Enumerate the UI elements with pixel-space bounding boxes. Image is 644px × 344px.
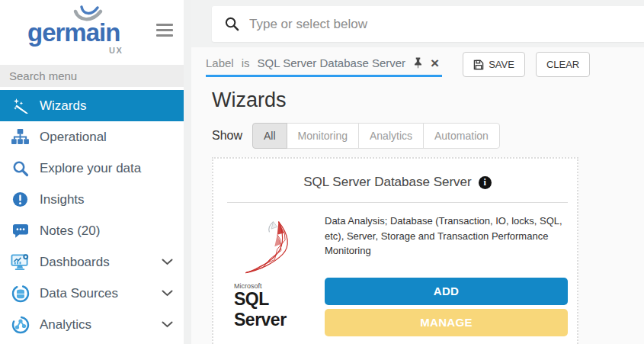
sidebar-item-label: Analytics: [40, 317, 91, 333]
clear-button[interactable]: CLEAR: [536, 52, 590, 77]
wizard-card-sql-server: SQL Server Database Server i: [212, 157, 578, 344]
tab-automation[interactable]: Automation: [423, 123, 500, 149]
sidebar-item-wizards[interactable]: Wizards: [0, 90, 184, 121]
sidebar-item-label: Wizards: [40, 98, 86, 114]
sidebar-item-label: Data Sources: [40, 286, 118, 301]
remove-filter-icon[interactable]: ×: [431, 59, 439, 68]
main-area: Label is SQL Server Database Server × SA…: [184, 0, 644, 344]
show-label: Show: [212, 129, 242, 143]
data-sources-icon: [10, 283, 30, 304]
app-window: germain UX Wizards: [0, 0, 644, 344]
magic-wand-icon: [10, 95, 30, 116]
sidebar-item-insights[interactable]: Insights: [0, 184, 184, 215]
sidebar-item-analytics[interactable]: Analytics: [0, 309, 184, 340]
show-filter-row: Show All Monitoring Analytics Automation: [212, 123, 644, 149]
content: Wizards Show All Monitoring Analytics Au…: [191, 77, 644, 344]
global-search-input[interactable]: [249, 17, 644, 32]
chevron-down-icon[interactable]: [162, 259, 173, 265]
notes-bubble-icon: [10, 220, 30, 241]
sql-server-swoosh-icon: [227, 215, 306, 281]
sql-server-label: SQL Server: [234, 289, 319, 330]
page-title: Wizards: [212, 88, 644, 112]
logo-swoosh-icon: [70, 5, 105, 24]
sidebar-search-input[interactable]: [0, 65, 184, 87]
search-icon: [10, 158, 30, 178]
brand-sub-text: UX: [109, 47, 123, 55]
sidebar-item-label: Dashboards: [40, 255, 110, 270]
pin-icon[interactable]: [413, 57, 423, 69]
filter-operator: is: [242, 56, 250, 69]
card-title: SQL Server Database Server: [303, 175, 471, 190]
logo-row: germain UX: [0, 0, 184, 59]
filter-row: Label is SQL Server Database Server × SA…: [206, 56, 644, 77]
tab-monitoring[interactable]: Monitoring: [287, 123, 359, 149]
dashboards-icon: [10, 252, 30, 272]
sql-server-logo: Microsoft SQL Server: [227, 212, 319, 336]
filter-chip[interactable]: Label is SQL Server Database Server ×: [206, 56, 442, 77]
sidebar-item-notes[interactable]: Notes (20): [0, 215, 184, 246]
sidebar: germain UX Wizards: [0, 0, 184, 344]
show-tabs: All Monitoring Analytics Automation: [252, 123, 500, 149]
save-button[interactable]: SAVE: [463, 52, 525, 77]
sidebar-item-label: Operational: [40, 130, 107, 145]
sidebar-item-dashboards[interactable]: Dashboards: [0, 246, 184, 278]
tab-all[interactable]: All: [252, 123, 287, 149]
sidebar-item-operational[interactable]: Operational: [0, 121, 184, 153]
germain-logo[interactable]: germain UX: [27, 20, 120, 45]
analytics-icon: [10, 314, 30, 335]
sidebar-item-explore[interactable]: Explore your data: [0, 153, 184, 184]
sidebar-item-label: Notes (20): [40, 223, 100, 239]
sidebar-item-label: Explore your data: [40, 161, 141, 176]
global-search-box[interactable]: [212, 6, 644, 42]
add-button[interactable]: ADD: [325, 278, 568, 305]
save-disk-icon: [473, 59, 484, 70]
clear-button-label: CLEAR: [546, 59, 579, 70]
sidebar-item-data-sources[interactable]: Data Sources: [0, 278, 184, 309]
chevron-down-icon[interactable]: [162, 321, 173, 328]
sidebar-item-label: Insights: [40, 192, 85, 207]
hamburger-menu-icon[interactable]: [156, 24, 173, 40]
filter-field: Label: [206, 56, 234, 69]
info-icon[interactable]: i: [479, 176, 492, 189]
chevron-down-icon[interactable]: [162, 290, 173, 297]
filter-value: SQL Server Database Server: [258, 56, 406, 69]
search-icon: [225, 17, 239, 31]
topbar: [191, 0, 644, 47]
sidebar-menu: Wizards Operational: [0, 90, 184, 340]
tab-analytics[interactable]: Analytics: [358, 123, 424, 149]
manage-button[interactable]: MANAGE: [325, 309, 568, 336]
card-description: Data Analysis; Database (Transaction, IO…: [325, 214, 568, 259]
header-buttons: SAVE CLEAR: [463, 52, 590, 77]
sitemap-icon: [10, 127, 30, 147]
alert-circle-icon: [10, 189, 30, 210]
save-button-label: SAVE: [489, 59, 514, 70]
card-divider: [227, 202, 568, 203]
